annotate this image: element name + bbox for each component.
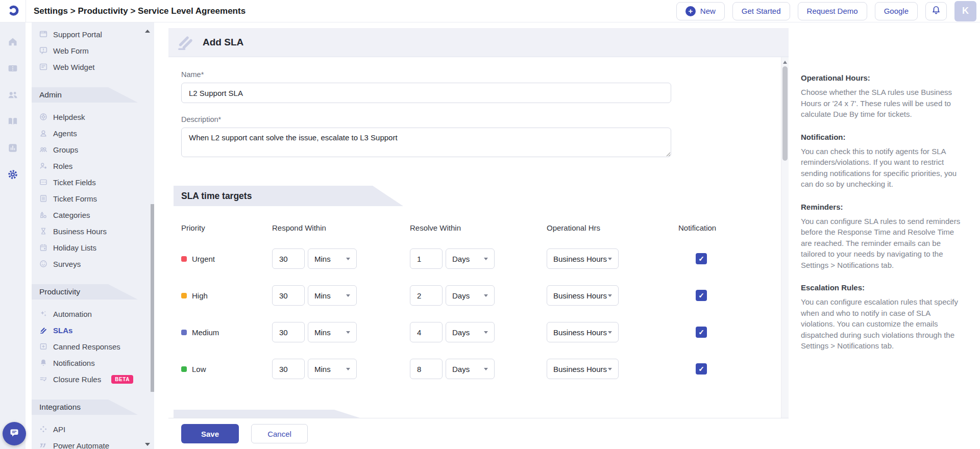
web-form-icon: [39, 46, 47, 55]
operational-hrs-select[interactable]: Business Hours: [547, 322, 619, 342]
reports-icon[interactable]: [7, 142, 18, 154]
sidebar-item-power-automate[interactable]: Power Automate: [32, 437, 154, 449]
sidebar-item-helpdesk[interactable]: Helpdesk: [32, 109, 154, 125]
resolve-value-input[interactable]: [410, 359, 443, 379]
sidebar-item-closure-rules[interactable]: Closure Rules BETA: [32, 371, 154, 387]
cancel-button[interactable]: Cancel: [251, 424, 308, 443]
get-started-button[interactable]: Get Started: [732, 2, 790, 20]
operational-hrs-select[interactable]: Business Hours: [547, 359, 619, 379]
sidebar-item-ticket-fields[interactable]: Ticket Fields: [32, 174, 154, 190]
app-window: Settings > Productivity > Service Level …: [0, 0, 980, 449]
sidebar-item-agents[interactable]: Agents: [32, 125, 154, 141]
content-scrollbar[interactable]: [781, 57, 789, 418]
sidebar-item-holiday-lists[interactable]: Holiday Lists: [32, 239, 154, 256]
nav-rail: [0, 22, 26, 449]
chat-bubble-icon: [9, 427, 20, 440]
respond-unit-select[interactable]: Mins: [308, 322, 357, 342]
new-button[interactable]: + New: [676, 2, 725, 20]
settings-icon[interactable]: [7, 169, 18, 180]
col-priority: Priority: [181, 223, 272, 232]
sidebar-item-web-form[interactable]: Web Form: [32, 42, 154, 59]
sidebar-item-api[interactable]: API: [32, 421, 154, 437]
notification-checkbox[interactable]: [696, 363, 707, 375]
sidebar-item-business-hours[interactable]: Business Hours: [32, 223, 154, 239]
help-body: You can configure SLA rules to send remi…: [801, 216, 965, 271]
app-logo[interactable]: [0, 0, 26, 22]
bell-icon: [931, 5, 941, 17]
description-label: Description*: [181, 115, 768, 123]
ticket-forms-icon: [39, 194, 47, 203]
sidebar-item-categories[interactable]: Categories: [32, 207, 154, 223]
priority-color-dot: [181, 330, 187, 335]
sidebar-item-web-widget[interactable]: Web Widget: [32, 59, 154, 75]
help-body: You can configure escalation rules that …: [801, 296, 965, 352]
business-hours-icon: [39, 227, 47, 235]
notifications-button[interactable]: [925, 2, 947, 20]
resolve-value-input[interactable]: [410, 285, 443, 306]
respond-value-input[interactable]: [272, 285, 305, 306]
resolve-unit-select[interactable]: Days: [446, 248, 495, 269]
resolve-unit-select[interactable]: Days: [446, 285, 495, 306]
user-avatar[interactable]: K: [954, 1, 976, 21]
sidebar-scrollbar-thumb[interactable]: [151, 204, 154, 392]
description-field-group: Description* When L2 support cant solve …: [181, 115, 768, 157]
google-button[interactable]: Google: [875, 2, 918, 20]
respond-unit-select[interactable]: Mins: [308, 285, 357, 306]
categories-icon: [39, 211, 47, 219]
chat-widget-button[interactable]: [3, 422, 26, 445]
scrollbar-up-arrow-icon[interactable]: [783, 61, 787, 64]
chevron-down-icon: [346, 258, 350, 260]
sidebar-item-support-portal[interactable]: Support Portal: [32, 26, 154, 42]
help-section-operational-hours: Operational Hours: Choose whether the SL…: [801, 73, 965, 120]
api-icon: [39, 425, 47, 433]
sidebar-item-canned-responses[interactable]: Canned Responses: [32, 338, 154, 355]
priority-label: Medium: [192, 328, 219, 337]
sla-header-icon: [176, 33, 194, 52]
tickets-icon[interactable]: [7, 63, 18, 74]
operational-hrs-select[interactable]: Business Hours: [547, 285, 619, 306]
sla-table-header: Priority Respond Within Resolve Within O…: [181, 223, 768, 232]
help-heading: Operational Hours:: [801, 73, 965, 82]
request-demo-button[interactable]: Request Demo: [798, 2, 867, 20]
sla-row-low: Low Mins Days Business Hours: [181, 359, 768, 379]
sidebar-item-ticket-forms[interactable]: Ticket Forms: [32, 190, 154, 207]
respond-value-input[interactable]: [272, 248, 305, 269]
contacts-icon[interactable]: [7, 89, 18, 101]
respond-value-input[interactable]: [272, 359, 305, 379]
help-body: Choose whether the SLA rules use Busines…: [801, 87, 965, 120]
knowledge-base-icon[interactable]: [7, 116, 18, 127]
resolve-value-input[interactable]: [410, 322, 443, 342]
resolve-value-input[interactable]: [410, 248, 443, 269]
sidebar-scroll-up-icon[interactable]: [145, 30, 150, 33]
notifications-bell-icon: [39, 359, 47, 367]
operational-hrs-select[interactable]: Business Hours: [547, 248, 619, 269]
sidebar-item-groups[interactable]: Groups: [32, 141, 154, 158]
notification-checkbox[interactable]: [696, 290, 707, 301]
priority-label: High: [192, 291, 208, 300]
content-scrollbar-thumb[interactable]: [782, 66, 788, 161]
resolve-unit-select[interactable]: Days: [446, 322, 495, 342]
home-icon[interactable]: [7, 36, 18, 47]
save-button[interactable]: Save: [181, 424, 239, 443]
respond-value-input[interactable]: [272, 322, 305, 342]
main-content: Add SLA Name* Description* When L2 suppo…: [154, 22, 789, 449]
notification-checkbox[interactable]: [696, 327, 707, 338]
sidebar-item-surveys[interactable]: Surveys: [32, 256, 154, 272]
name-input[interactable]: [181, 83, 671, 103]
name-label: Name*: [181, 70, 768, 79]
respond-unit-select[interactable]: Mins: [308, 248, 357, 269]
resolve-unit-select[interactable]: Days: [446, 359, 495, 379]
page-title: Add SLA: [203, 37, 243, 48]
notification-checkbox[interactable]: [696, 253, 707, 264]
sidebar-item-notifications[interactable]: Notifications: [32, 355, 154, 371]
sidebar-scroll-down-icon[interactable]: [145, 443, 150, 446]
description-textarea[interactable]: When L2 support cant solve the issue, es…: [181, 128, 671, 157]
sidebar-item-roles[interactable]: Roles: [32, 158, 154, 174]
ticket-fields-icon: [39, 178, 47, 186]
sidebar-item-automation[interactable]: Automation: [32, 306, 154, 322]
respond-unit-select[interactable]: Mins: [308, 359, 357, 379]
sidebar-item-slas[interactable]: SLAs: [32, 322, 154, 338]
priority-color-dot: [181, 293, 187, 298]
settings-sidebar: Support Portal Web Form Web Widget Admin…: [32, 22, 154, 449]
help-section-reminders: Reminders: You can configure SLA rules t…: [801, 203, 965, 271]
